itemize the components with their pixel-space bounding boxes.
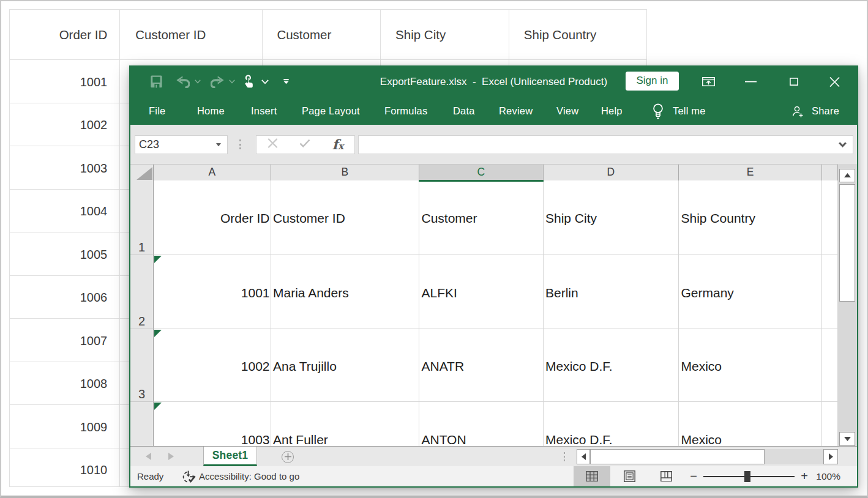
- col-header-a[interactable]: A: [154, 165, 271, 181]
- minimize-icon[interactable]: [737, 65, 764, 98]
- tab-home[interactable]: Home: [197, 98, 225, 125]
- undo-dropdown-icon[interactable]: [193, 65, 202, 98]
- sheet-cell[interactable]: Ana Trujillo: [271, 329, 420, 402]
- grid-cell-orderid[interactable]: 1010: [10, 448, 120, 488]
- grid-cell-orderid[interactable]: 1007: [10, 319, 120, 362]
- sheet-cell[interactable]: Ant Fuller: [271, 402, 420, 446]
- sheet-cell[interactable]: [822, 255, 838, 329]
- tab-share[interactable]: Share: [812, 98, 839, 125]
- sheet-cell[interactable]: Berlin: [544, 255, 679, 329]
- zoom-in-button[interactable]: +: [797, 466, 812, 486]
- grid-cell-orderid[interactable]: 1008: [10, 362, 120, 406]
- tab-review[interactable]: Review: [499, 98, 533, 125]
- touch-mode-dropdown-icon[interactable]: [260, 65, 270, 98]
- formula-bar-expand-icon[interactable]: [837, 136, 848, 154]
- grid-header-cell[interactable]: Ship Country: [509, 10, 646, 60]
- col-header-b[interactable]: B: [271, 165, 420, 181]
- sheet-cell[interactable]: Customer: [419, 180, 544, 256]
- vertical-scrollbar[interactable]: [838, 164, 857, 446]
- grid-cell-orderid[interactable]: 1001: [10, 60, 120, 103]
- sheet-cell[interactable]: ANATR: [419, 329, 544, 402]
- select-all-button[interactable]: [130, 165, 154, 181]
- name-box[interactable]: C23: [135, 135, 228, 155]
- sheet-cell[interactable]: [822, 329, 838, 402]
- touch-mouse-mode-icon[interactable]: [242, 65, 255, 98]
- sheet-cell[interactable]: 1001: [154, 255, 271, 329]
- scroll-left-icon[interactable]: [577, 449, 590, 464]
- tab-view[interactable]: View: [556, 98, 578, 125]
- horizontal-scroll-track[interactable]: [765, 449, 823, 464]
- grid-header-cell[interactable]: Ship City: [381, 10, 509, 60]
- save-icon[interactable]: [150, 65, 162, 98]
- page-break-view-button[interactable]: [648, 466, 684, 486]
- sheet-nav-prev-icon[interactable]: [141, 447, 155, 467]
- col-header-c[interactable]: C: [419, 165, 544, 181]
- col-header-partial[interactable]: [822, 165, 838, 181]
- redo-icon[interactable]: [210, 65, 225, 98]
- grid-header-cell[interactable]: Order ID: [10, 10, 120, 60]
- page-layout-view-button[interactable]: [612, 466, 647, 486]
- sheet-cell[interactable]: [822, 402, 838, 446]
- grid-cell-orderid[interactable]: 1005: [10, 232, 120, 276]
- sheet-cell[interactable]: Mexico D.F.: [544, 402, 679, 446]
- vertical-scroll-thumb[interactable]: [839, 184, 855, 302]
- close-icon[interactable]: [821, 65, 848, 98]
- new-sheet-button[interactable]: [282, 451, 294, 463]
- grid-header-cell[interactable]: Customer: [263, 10, 381, 60]
- sheet-nav-next-icon[interactable]: [163, 447, 178, 467]
- grid-cell-orderid[interactable]: 1006: [10, 276, 120, 319]
- scroll-up-icon[interactable]: [839, 169, 855, 182]
- sheet-cell[interactable]: 1002: [154, 329, 271, 402]
- name-box-dropdown-icon[interactable]: [214, 136, 223, 154]
- sheet-cell[interactable]: [822, 180, 838, 256]
- row-header-2[interactable]: 2: [130, 255, 154, 329]
- sheet-tab-sheet1[interactable]: Sheet1: [203, 447, 257, 467]
- sheet-cell[interactable]: Customer ID: [271, 180, 420, 256]
- sheet-cell[interactable]: 1003: [154, 402, 271, 446]
- maximize-icon[interactable]: [780, 65, 807, 98]
- tab-insert[interactable]: Insert: [251, 98, 277, 125]
- sheet-cell[interactable]: ALFKI: [419, 255, 544, 329]
- scroll-right-icon[interactable]: [823, 449, 838, 464]
- sheet-cell[interactable]: Ship Country: [679, 180, 822, 256]
- tab-data[interactable]: Data: [453, 98, 475, 125]
- normal-view-button[interactable]: [574, 466, 610, 486]
- redo-dropdown-icon[interactable]: [228, 65, 236, 98]
- sheet-cell[interactable]: Mexico: [679, 402, 822, 446]
- sheet-cell[interactable]: Ship City: [544, 180, 679, 256]
- col-header-d[interactable]: D: [544, 165, 679, 181]
- tab-tell-me[interactable]: Tell me: [673, 98, 706, 125]
- tab-help[interactable]: Help: [601, 98, 623, 125]
- grid-header-cell[interactable]: Customer ID: [120, 10, 263, 60]
- sheet-cell[interactable]: Order ID: [154, 180, 271, 256]
- formula-input[interactable]: [358, 135, 853, 155]
- grid-cell-orderid[interactable]: 1002: [10, 103, 120, 147]
- zoom-out-button[interactable]: −: [686, 466, 701, 486]
- cancel-icon[interactable]: [268, 138, 278, 151]
- tab-formulas[interactable]: Formulas: [384, 98, 427, 125]
- zoom-slider-thumb[interactable]: [744, 471, 750, 482]
- insert-function-icon[interactable]: fx: [332, 138, 343, 151]
- horizontal-scroll-thumb[interactable]: [590, 449, 765, 464]
- col-header-e[interactable]: E: [679, 165, 822, 181]
- tab-splitter-handle[interactable]: [562, 451, 567, 463]
- sheet-cell[interactable]: ANTON: [419, 402, 544, 446]
- grid-cell-orderid[interactable]: 1003: [10, 146, 120, 190]
- sign-in-button[interactable]: Sign in: [626, 72, 679, 91]
- sheet-cell[interactable]: Mexico: [679, 329, 822, 402]
- enter-icon[interactable]: [299, 139, 310, 150]
- customize-qat-icon[interactable]: [283, 65, 289, 98]
- accessibility-status[interactable]: Accessibility: Good to go: [182, 466, 299, 486]
- tab-page-layout[interactable]: Page Layout: [302, 98, 360, 125]
- tab-file[interactable]: File: [149, 98, 165, 125]
- sheet-cell[interactable]: Maria Anders: [271, 255, 420, 329]
- sheet-cell[interactable]: Germany: [679, 255, 822, 329]
- scroll-down-icon[interactable]: [839, 432, 855, 446]
- formula-bar-resize-handle[interactable]: [237, 135, 243, 155]
- ribbon-display-options-icon[interactable]: [695, 65, 722, 98]
- row-header-3[interactable]: 3: [130, 329, 154, 402]
- sheet-cell[interactable]: Mexico D.F.: [544, 329, 679, 402]
- row-header-4[interactable]: [130, 402, 154, 446]
- grid-cell-orderid[interactable]: 1004: [10, 190, 120, 233]
- row-header-1[interactable]: 1: [130, 180, 154, 256]
